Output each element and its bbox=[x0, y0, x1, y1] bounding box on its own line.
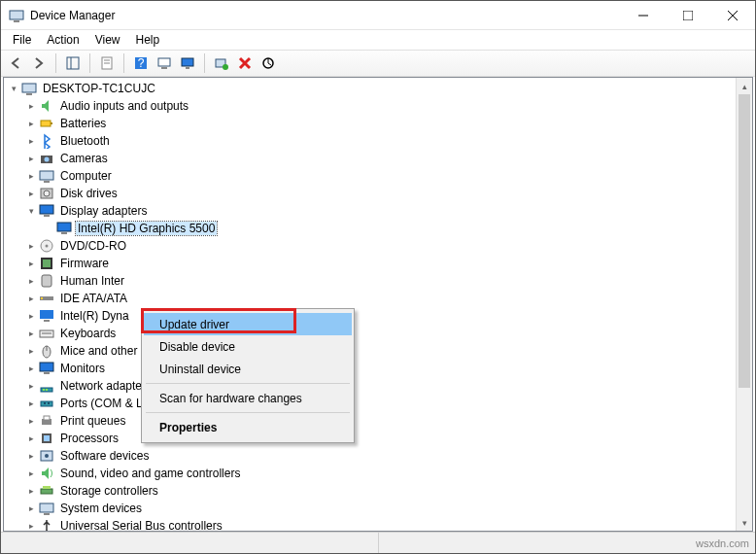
svg-rect-44 bbox=[44, 320, 50, 322]
svg-rect-40 bbox=[42, 275, 52, 287]
expand-collapse-icon[interactable] bbox=[23, 171, 39, 181]
tree-category[interactable]: Storage controllers bbox=[6, 482, 736, 500]
tree-category[interactable]: Monitors bbox=[6, 360, 736, 377]
storage-icon bbox=[39, 483, 54, 499]
tree-category[interactable]: Disk drives bbox=[6, 185, 736, 202]
svg-rect-14 bbox=[161, 67, 167, 69]
tree-device[interactable]: Intel(R) HD Graphics 5500 bbox=[6, 220, 736, 237]
menu-file[interactable]: File bbox=[5, 31, 39, 49]
expand-collapse-icon[interactable] bbox=[23, 486, 39, 496]
expand-collapse-icon[interactable] bbox=[23, 364, 39, 373]
ctx-uninstall-device[interactable]: Uninstall device bbox=[144, 358, 352, 380]
menu-help[interactable]: Help bbox=[128, 31, 168, 49]
expand-collapse-icon[interactable] bbox=[23, 276, 39, 286]
tree-category[interactable]: Computer bbox=[6, 167, 736, 185]
tree-category-label: Print queues bbox=[58, 414, 127, 428]
vertical-scrollbar[interactable]: ▴ ▾ bbox=[736, 78, 752, 531]
expand-collapse-icon[interactable] bbox=[23, 206, 39, 216]
tree-category-label: Display adapters bbox=[58, 204, 149, 218]
tree-category[interactable]: DVD/CD-RO bbox=[6, 237, 736, 255]
tree-category[interactable]: Universal Serial Bus controllers bbox=[6, 517, 736, 531]
tree-category-label: Batteries bbox=[58, 117, 108, 130]
expand-collapse-icon[interactable] bbox=[23, 451, 39, 461]
scroll-up-button[interactable]: ▴ bbox=[737, 78, 752, 94]
tree-category[interactable]: Ports (COM & LPT) bbox=[6, 395, 736, 412]
ctx-scan-hardware[interactable]: Scan for hardware changes bbox=[144, 387, 352, 409]
monitor-button[interactable] bbox=[177, 52, 198, 74]
svg-point-18 bbox=[223, 64, 228, 70]
tree-category[interactable]: Human Inter bbox=[6, 272, 736, 290]
tree-category-label: Disk drives bbox=[58, 187, 120, 200]
expand-collapse-icon[interactable] bbox=[23, 503, 39, 513]
back-button[interactable] bbox=[5, 52, 26, 74]
scan-hardware-button[interactable] bbox=[211, 52, 232, 74]
tree-category[interactable]: Display adapters bbox=[6, 202, 736, 220]
properties-button[interactable] bbox=[96, 52, 118, 74]
computers-button[interactable] bbox=[154, 52, 175, 74]
tree-category[interactable]: Firmware bbox=[6, 255, 736, 272]
expand-collapse-icon[interactable] bbox=[23, 433, 39, 443]
scroll-thumb[interactable] bbox=[739, 94, 750, 388]
svg-point-67 bbox=[46, 531, 49, 532]
tree-category[interactable]: IDE ATA/ATA bbox=[6, 290, 736, 307]
tree-category[interactable]: Audio inputs and outputs bbox=[6, 97, 736, 115]
device-tree[interactable]: DESKTOP-TC1CUJC Audio inputs and outputs… bbox=[4, 78, 736, 531]
uninstall-button[interactable] bbox=[234, 52, 256, 74]
tree-root[interactable]: DESKTOP-TC1CUJC bbox=[6, 80, 736, 97]
cpu-icon bbox=[39, 431, 54, 446]
ctx-disable-device[interactable]: Disable device bbox=[144, 335, 352, 358]
show-hide-tree-button[interactable] bbox=[62, 52, 84, 74]
monitor-icon bbox=[39, 361, 54, 376]
expand-collapse-icon[interactable] bbox=[23, 346, 39, 356]
tree-category[interactable]: Cameras bbox=[6, 150, 736, 167]
tree-category[interactable]: Print queues bbox=[6, 412, 736, 430]
battery-icon bbox=[39, 116, 54, 131]
expand-collapse-icon[interactable] bbox=[23, 329, 39, 338]
tree-category[interactable]: Batteries bbox=[6, 115, 736, 132]
tree-category[interactable]: Network adapters bbox=[6, 377, 736, 395]
tree-category[interactable]: System devices bbox=[6, 500, 736, 517]
forward-button[interactable] bbox=[28, 52, 50, 74]
menu-action[interactable]: Action bbox=[39, 31, 86, 49]
help-button[interactable]: ? bbox=[130, 52, 152, 74]
expand-collapse-icon[interactable] bbox=[23, 398, 39, 408]
mouse-icon bbox=[39, 343, 54, 359]
expand-collapse-icon[interactable] bbox=[23, 101, 39, 111]
tree-category[interactable]: Processors bbox=[6, 430, 736, 447]
close-button[interactable] bbox=[710, 1, 755, 29]
scroll-down-button[interactable]: ▾ bbox=[737, 514, 752, 531]
expand-collapse-icon[interactable] bbox=[23, 381, 39, 391]
tree-category[interactable]: Bluetooth bbox=[6, 132, 736, 150]
expand-collapse-icon[interactable] bbox=[23, 241, 39, 251]
ctx-properties[interactable]: Properties bbox=[144, 416, 352, 438]
scroll-track[interactable] bbox=[737, 94, 752, 514]
expand-collapse-icon[interactable] bbox=[23, 154, 39, 163]
tree-category[interactable]: Keyboards bbox=[6, 325, 736, 342]
expand-collapse-icon[interactable] bbox=[23, 136, 39, 146]
expand-collapse-icon[interactable] bbox=[23, 468, 39, 478]
minimize-button[interactable] bbox=[621, 1, 666, 29]
expand-collapse-icon[interactable] bbox=[23, 119, 39, 128]
expand-collapse-icon[interactable] bbox=[23, 259, 39, 268]
tree-category[interactable]: Sound, video and game controllers bbox=[6, 465, 736, 482]
tree-category[interactable]: Software devices bbox=[6, 447, 736, 465]
expand-collapse-icon[interactable] bbox=[23, 189, 39, 198]
expand-collapse-icon[interactable] bbox=[23, 416, 39, 426]
display-icon bbox=[39, 203, 54, 219]
tree-category[interactable]: Intel(R) Dyna bbox=[6, 307, 736, 325]
tree-device-label: Intel(R) HD Graphics 5500 bbox=[76, 222, 217, 235]
maximize-button[interactable] bbox=[666, 1, 710, 29]
update-driver-button[interactable] bbox=[258, 52, 279, 74]
menu-view[interactable]: View bbox=[87, 31, 128, 49]
expand-collapse-icon[interactable] bbox=[6, 84, 21, 93]
tree-category[interactable]: Mice and other pointing devices bbox=[6, 342, 736, 360]
expand-collapse-icon[interactable] bbox=[23, 521, 39, 531]
expand-collapse-icon[interactable] bbox=[23, 294, 39, 303]
ctx-update-driver[interactable]: Update driver bbox=[144, 313, 352, 335]
keyboard-icon bbox=[39, 326, 54, 341]
software-icon bbox=[39, 448, 54, 464]
svg-rect-58 bbox=[44, 416, 50, 420]
expand-collapse-icon[interactable] bbox=[23, 311, 39, 321]
tree-category-label: IDE ATA/ATA bbox=[58, 292, 129, 305]
svg-rect-3 bbox=[683, 11, 693, 20]
